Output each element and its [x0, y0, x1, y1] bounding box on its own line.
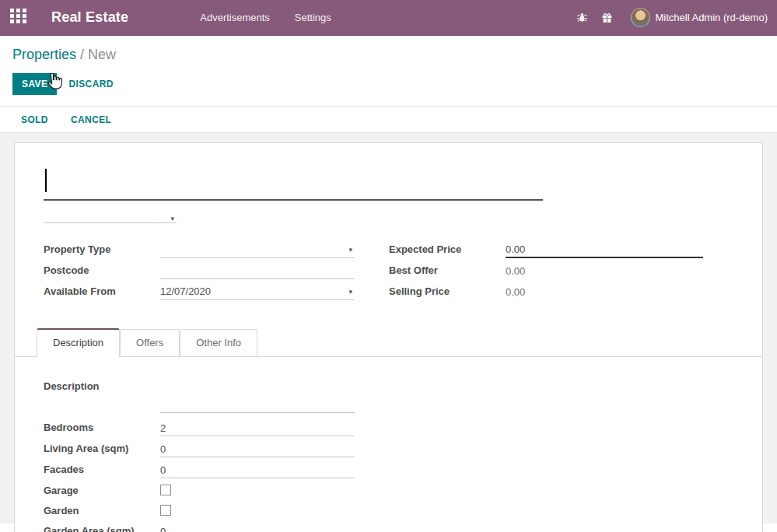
sold-button[interactable]: SOLD [21, 114, 48, 125]
best-offer-label: Best Offer [389, 263, 506, 276]
best-offer-value: 0.00 [506, 263, 703, 279]
property-tags-input[interactable]: ▾ [44, 208, 177, 223]
bedrooms-input[interactable]: 2 [160, 420, 355, 436]
expected-price-input[interactable]: 0.00 [506, 242, 703, 258]
living-area-label: Living Area (sqm) [44, 441, 160, 454]
spacer [44, 413, 733, 420]
facades-label: Facades [44, 462, 160, 475]
field-row-garage: Garage [44, 483, 733, 503]
expected-price-label: Expected Price [389, 242, 506, 255]
garden-area-label: Garden Area (sqm) [44, 523, 160, 532]
tab-offers[interactable]: Offers [120, 329, 180, 356]
field-row-garden: Garden [44, 503, 733, 523]
apps-menu-button[interactable] [0, 0, 36, 36]
debug-bug-icon[interactable] [570, 0, 595, 36]
postcode-input[interactable] [160, 263, 355, 279]
chevron-down-icon: ▾ [170, 215, 177, 222]
garage-checkbox[interactable] [160, 485, 171, 495]
right-field-column: Expected Price 0.00 Best Offer 0.00 Sell… [389, 242, 703, 305]
field-row-selling-price: Selling Price 0.00 [389, 284, 703, 305]
available-from-label: Available From [44, 284, 160, 297]
selling-price-value: 0.00 [506, 284, 703, 300]
chevron-down-icon: ▾ [348, 288, 355, 296]
left-field-column: Property Type ▾ Postcode Available From [44, 242, 355, 305]
notebook: Description Offers Other Info Descriptio… [44, 328, 733, 532]
menu-settings[interactable]: Settings [295, 12, 331, 23]
user-avatar[interactable] [631, 8, 650, 27]
property-name-input[interactable] [44, 163, 543, 201]
garden-checkbox[interactable] [160, 505, 171, 516]
field-row-property-type: Property Type ▾ [44, 242, 355, 263]
breadcrumb-separator: / [80, 47, 88, 62]
menu-advertisements[interactable]: Advertisements [200, 12, 270, 23]
field-row-garden-area: Garden Area (sqm) 0 [44, 523, 733, 532]
form-sheet: ▾ Property Type ▾ Postcode [14, 142, 763, 532]
field-row-description: Description [44, 379, 733, 413]
breadcrumb-current: New [88, 47, 116, 62]
tab-other-info[interactable]: Other Info [180, 329, 257, 356]
breadcrumb-properties-link[interactable]: Properties [12, 47, 76, 62]
garden-label: Garden [44, 503, 160, 516]
property-type-label: Property Type [44, 242, 160, 255]
facades-input[interactable]: 0 [160, 462, 355, 478]
control-panel: Properties / New SAVE DISCARD [0, 36, 777, 106]
breadcrumb: Properties / New [12, 47, 765, 63]
control-panel-buttons: SAVE DISCARD [12, 63, 765, 106]
text-cursor-caret [45, 169, 47, 192]
garage-label: Garage [44, 483, 160, 496]
cancel-button[interactable]: CANCEL [71, 114, 111, 125]
user-menu[interactable]: Mitchell Admin (rd-demo) [656, 12, 768, 23]
field-row-best-offer: Best Offer 0.00 [389, 263, 703, 284]
field-row-available-from: Available From 12/07/2020 ▾ [44, 284, 355, 305]
field-grid: Property Type ▾ Postcode Available From [44, 242, 733, 305]
description-label: Description [44, 379, 160, 413]
gift-icon[interactable] [595, 0, 620, 36]
selling-price-label: Selling Price [389, 284, 506, 297]
living-area-input[interactable]: 0 [160, 441, 355, 457]
field-row-postcode: Postcode [44, 263, 355, 284]
field-row-living-area: Living Area (sqm) 0 [44, 441, 733, 462]
description-tab-content: Description Bedrooms 2 Living Area (sqm)… [44, 357, 733, 532]
field-row-facades: Facades 0 [44, 462, 733, 483]
field-row-expected-price: Expected Price 0.00 [389, 242, 703, 263]
description-textarea[interactable] [160, 379, 355, 413]
property-type-select[interactable]: ▾ [160, 242, 355, 258]
top-navbar: Real Estate Advertisements Settings Mitc… [0, 0, 777, 36]
tab-description[interactable]: Description [37, 328, 120, 357]
bedrooms-label: Bedrooms [44, 420, 160, 433]
postcode-label: Postcode [44, 263, 160, 276]
tab-row: Description Offers Other Info [15, 328, 762, 357]
content-background: ▾ Property Type ▾ Postcode [0, 133, 777, 523]
navbar-right: Mitchell Admin (rd-demo) [570, 0, 777, 36]
field-row-bedrooms: Bedrooms 2 [44, 420, 733, 441]
available-from-date-input[interactable]: 12/07/2020 ▾ [160, 284, 355, 300]
save-button[interactable]: SAVE [12, 73, 57, 95]
discard-button[interactable]: DISCARD [68, 79, 113, 89]
garden-area-input[interactable]: 0 [160, 523, 355, 532]
app-brand-title: Real Estate [51, 9, 128, 26]
main-menu: Advertisements Settings [200, 12, 331, 23]
form-statusbar: SOLD CANCEL [0, 106, 777, 133]
apps-grid-icon [10, 9, 26, 26]
chevron-down-icon: ▾ [348, 246, 355, 254]
